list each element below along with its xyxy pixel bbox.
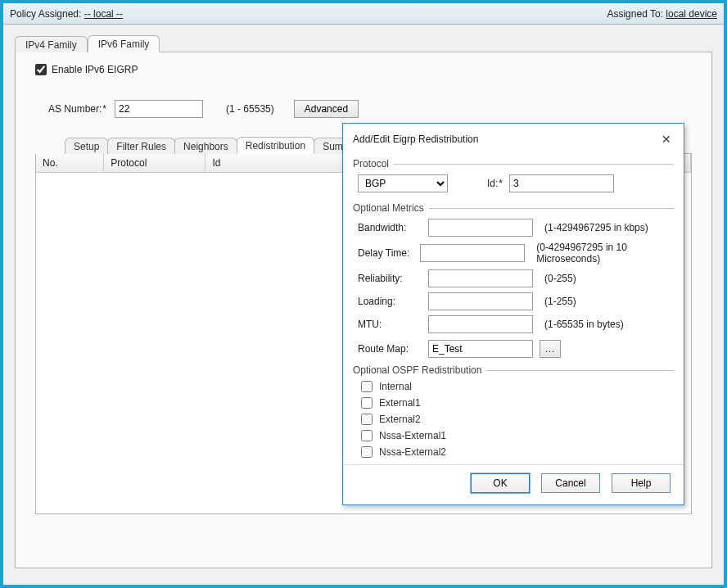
outer-tabs: IPv4 Family IPv6 Family	[15, 34, 712, 52]
as-number-row: AS Number: (1 - 65535) Advanced	[48, 100, 698, 118]
ospf-external1-checkbox[interactable]	[361, 397, 373, 409]
dialog-buttons: OK Cancel Help	[343, 464, 684, 504]
ospf-legend: Optional OSPF Redistribution	[353, 364, 674, 376]
ospf-external2-row: External2	[361, 414, 674, 425]
as-number-input[interactable]	[115, 100, 203, 118]
dialog-titlebar: Add/Edit Eigrp Redistribution ✕	[343, 124, 684, 153]
enable-ipv6-eigrp-checkbox[interactable]	[35, 64, 47, 75]
reliability-row: Reliability: (0-255)	[358, 269, 674, 287]
protocol-fieldset: Protocol BGP Id:	[353, 155, 674, 192]
ospf-external2-label: External2	[379, 414, 421, 425]
as-number-label: AS Number:	[48, 103, 106, 115]
optional-metrics-fieldset: Optional Metrics Bandwidth: (1-429496729…	[353, 199, 674, 333]
ospf-external1-label: External1	[379, 397, 421, 409]
policy-assigned-label: Policy Assigned:	[10, 8, 81, 20]
delay-row: Delay Time: (0-4294967295 in 10 Microsec…	[358, 242, 674, 265]
tab-setup[interactable]: Setup	[65, 138, 108, 154]
ospf-nssa-external1-row: Nssa-External1	[361, 430, 674, 441]
tab-ipv4-family[interactable]: IPv4 Family	[15, 36, 88, 52]
col-no[interactable]: No.	[36, 154, 104, 172]
protocol-row: BGP Id:	[358, 174, 674, 192]
tab-neighbors[interactable]: Neighbors	[174, 138, 237, 154]
ospf-external1-row: External1	[361, 397, 674, 409]
ospf-nssa-external1-label: Nssa-External1	[379, 430, 446, 441]
legend-line	[394, 164, 674, 165]
ok-button[interactable]: OK	[471, 473, 530, 493]
app-window: Policy Assigned: -- local -- Assigned To…	[0, 0, 727, 588]
assigned-to-label: Assigned To:	[607, 8, 663, 20]
policy-assigned: Policy Assigned: -- local --	[10, 8, 123, 20]
metrics-legend-text: Optional Metrics	[353, 202, 424, 214]
ospf-fieldset: Optional OSPF Redistribution Internal Ex…	[353, 361, 674, 458]
delay-input[interactable]	[420, 244, 525, 262]
bandwidth-input[interactable]	[428, 219, 533, 237]
bandwidth-label: Bandwidth:	[358, 222, 422, 233]
mtu-input[interactable]	[428, 315, 533, 333]
reliability-label: Reliability:	[358, 273, 422, 284]
help-button[interactable]: Help	[612, 473, 671, 493]
assigned-to: Assigned To: local device	[607, 8, 717, 20]
add-edit-eigrp-dialog: Add/Edit Eigrp Redistribution ✕ Protocol…	[342, 123, 684, 505]
loading-row: Loading: (1-255)	[358, 292, 674, 310]
loading-hint: (1-255)	[544, 296, 576, 307]
ospf-external2-checkbox[interactable]	[361, 414, 373, 425]
route-map-browse-button[interactable]: ...	[540, 340, 561, 358]
bandwidth-row: Bandwidth: (1-4294967295 in kbps)	[358, 219, 674, 237]
legend-line	[429, 208, 674, 209]
bandwidth-hint: (1-4294967295 in kbps)	[544, 222, 648, 233]
dialog-title: Add/Edit Eigrp Redistribution	[353, 133, 478, 145]
route-map-row: Route Map: ...	[358, 340, 684, 358]
delay-hint: (0-4294967295 in 10 Microseconds)	[536, 242, 674, 265]
route-map-label: Route Map:	[358, 343, 422, 355]
protocol-select[interactable]: BGP	[358, 174, 448, 192]
protocol-legend-text: Protocol	[353, 158, 389, 170]
ospf-internal-checkbox[interactable]	[361, 381, 373, 392]
route-map-input[interactable]	[428, 340, 533, 358]
advanced-button[interactable]: Advanced	[294, 100, 359, 118]
mtu-label: MTU:	[358, 319, 422, 330]
loading-input[interactable]	[428, 292, 533, 310]
ospf-nssa-external2-row: Nssa-External2	[361, 446, 674, 458]
protocol-legend: Protocol	[353, 158, 674, 170]
col-protocol[interactable]: Protocol	[104, 154, 205, 172]
top-bar: Policy Assigned: -- local -- Assigned To…	[3, 3, 724, 25]
id-input[interactable]	[509, 174, 614, 192]
reliability-input[interactable]	[428, 269, 533, 287]
id-label: Id:	[487, 178, 503, 189]
ospf-internal-label: Internal	[379, 381, 412, 392]
ospf-nssa-external1-checkbox[interactable]	[361, 430, 373, 441]
ospf-nssa-external2-label: Nssa-External2	[379, 446, 446, 458]
tab-filter-rules[interactable]: Filter Rules	[107, 138, 175, 154]
loading-label: Loading:	[358, 296, 422, 307]
close-icon[interactable]: ✕	[659, 132, 674, 147]
enable-ipv6-eigrp-label: Enable IPv6 EIGRP	[52, 64, 138, 75]
metrics-legend: Optional Metrics	[353, 202, 674, 214]
legend-line	[486, 370, 674, 371]
as-number-range: (1 - 65535)	[226, 103, 274, 115]
reliability-hint: (0-255)	[544, 273, 576, 284]
mtu-row: MTU: (1-65535 in bytes)	[358, 315, 674, 333]
ospf-internal-row: Internal	[361, 381, 674, 392]
cancel-button[interactable]: Cancel	[541, 473, 600, 493]
assigned-to-value[interactable]: local device	[666, 8, 717, 20]
enable-ipv6-eigrp-row: Enable IPv6 EIGRP	[35, 64, 698, 75]
mtu-hint: (1-65535 in bytes)	[544, 319, 624, 330]
delay-label: Delay Time:	[358, 247, 413, 259]
ospf-legend-text: Optional OSPF Redistribution	[353, 364, 481, 376]
tab-ipv6-family[interactable]: IPv6 Family	[88, 35, 160, 52]
tab-redistribution[interactable]: Redistribution	[237, 137, 314, 154]
ospf-nssa-external2-checkbox[interactable]	[361, 446, 373, 458]
policy-assigned-value[interactable]: -- local --	[84, 8, 123, 20]
